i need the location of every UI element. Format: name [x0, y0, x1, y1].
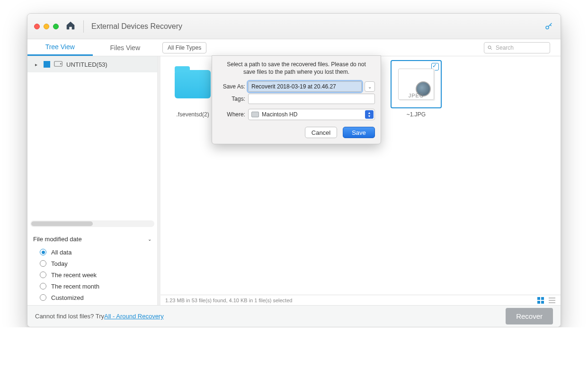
close-window-button[interactable]	[34, 24, 40, 29]
titlebar: External Devices Recovery	[27, 14, 561, 39]
list-view-icon[interactable]	[548, 297, 556, 304]
window-controls	[34, 24, 59, 29]
tree-horizontal-scrollbar[interactable]	[30, 220, 154, 227]
svg-rect-7	[541, 301, 544, 304]
image-thumbnail: JPEG	[391, 60, 442, 108]
grid-view-icon[interactable]	[537, 297, 544, 304]
footer: Cannot find lost files? Try All - Around…	[27, 305, 561, 327]
jpeg-badge: JPEG	[399, 93, 434, 98]
dialog-buttons: Cancel Save	[218, 127, 375, 138]
all-around-recovery-link[interactable]: All - Around Recovery	[104, 313, 164, 320]
svg-rect-9	[549, 300, 555, 301]
page-title: External Devices Recovery	[91, 22, 182, 31]
expand-caret-icon[interactable]: ▸	[35, 62, 40, 67]
minimize-window-button[interactable]	[44, 24, 49, 29]
date-filter-month[interactable]: The recent month	[33, 280, 151, 292]
svg-rect-10	[549, 302, 555, 303]
svg-point-3	[60, 63, 61, 64]
folder-icon	[175, 70, 211, 98]
drive-icon	[54, 61, 62, 69]
search-placeholder: Search	[496, 44, 514, 51]
hard-drive-icon	[251, 112, 259, 117]
home-icon[interactable]	[65, 20, 76, 33]
app-window: External Devices Recovery Tree View File…	[27, 13, 561, 327]
tags-row: Tags:	[218, 94, 375, 104]
save-dialog: Select a path to save the recovered file…	[212, 55, 381, 144]
save-as-input[interactable]: Recoverit 2018-03-19 at 20.46.27	[248, 81, 362, 92]
tree-item-label: UNTITLED(53)	[66, 61, 107, 68]
radio-icon	[40, 260, 46, 267]
zoom-window-button[interactable]	[53, 24, 59, 29]
tab-tree-view[interactable]: Tree View	[27, 39, 93, 56]
status-text: 1.23 MB in 53 file(s) found, 4.10 KB in …	[165, 298, 292, 303]
svg-rect-4	[537, 297, 540, 300]
date-filter-all[interactable]: All data	[33, 246, 151, 258]
cancel-button[interactable]: Cancel	[305, 127, 337, 138]
sidebar: ▸ UNTITLED(53) File modified date ⌄ All …	[27, 56, 158, 305]
folder-thumbnail	[167, 60, 218, 108]
save-as-label: Save As:	[218, 83, 248, 90]
tags-input[interactable]	[248, 94, 375, 104]
toolbar: Tree View Files View All File Types Sear…	[27, 39, 561, 56]
date-filter-panel: File modified date ⌄ All data Today The …	[27, 229, 157, 305]
footer-prefix: Cannot find lost files? Try	[35, 313, 104, 320]
recover-button[interactable]: Recover	[506, 308, 553, 324]
date-filter-heading: File modified date	[33, 236, 82, 243]
radio-icon	[40, 249, 46, 255]
tags-label: Tags:	[218, 96, 248, 102]
file-label: ~1.JPG	[407, 111, 426, 118]
search-input[interactable]: Search	[484, 42, 550, 53]
where-row: Where: Macintosh HD ▲▼	[218, 109, 375, 120]
tree-item-checkbox[interactable]	[44, 61, 50, 68]
save-button[interactable]: Save	[343, 127, 375, 138]
view-tabs: Tree View Files View	[27, 39, 158, 56]
image-icon: JPEG	[398, 69, 434, 100]
where-value: Macintosh HD	[262, 111, 297, 118]
radio-icon	[40, 294, 46, 301]
date-filter-custom[interactable]: Customized	[33, 292, 151, 303]
radio-icon	[40, 283, 46, 289]
svg-rect-6	[537, 301, 540, 304]
date-filter-week[interactable]: The recent week	[33, 269, 151, 280]
tree-view: ▸ UNTITLED(53)	[27, 56, 157, 219]
tab-files-view[interactable]: Files View	[93, 39, 158, 56]
where-label: Where:	[218, 111, 248, 118]
date-filter-header[interactable]: File modified date ⌄	[33, 234, 151, 246]
dialog-message: Select a path to save the recovered file…	[218, 60, 375, 79]
file-label: .fseventsd(2)	[176, 111, 209, 118]
svg-rect-5	[541, 297, 544, 300]
tree-item-untitled[interactable]: ▸ UNTITLED(53)	[27, 56, 157, 72]
file-type-filter[interactable]: All File Types	[162, 42, 206, 53]
search-icon	[487, 45, 493, 51]
chevron-down-icon: ⌄	[148, 237, 151, 242]
date-filter-today[interactable]: Today	[33, 258, 151, 269]
key-icon[interactable]	[544, 22, 553, 33]
view-toggles	[537, 297, 556, 304]
svg-point-1	[488, 46, 491, 49]
title-separator	[83, 20, 84, 33]
save-as-row: Save As: Recoverit 2018-03-19 at 20.46.2…	[218, 81, 375, 92]
where-select[interactable]: Macintosh HD ▲▼	[248, 109, 375, 120]
status-bar: 1.23 MB in 53 file(s) found, 4.10 KB in …	[160, 295, 561, 305]
radio-icon	[40, 272, 46, 278]
updown-icon: ▲▼	[365, 110, 374, 119]
save-as-dropdown-toggle[interactable]: ⌄	[365, 81, 375, 92]
svg-rect-8	[549, 298, 555, 298]
file-cell-image[interactable]: JPEG ~1.JPG	[390, 60, 443, 118]
